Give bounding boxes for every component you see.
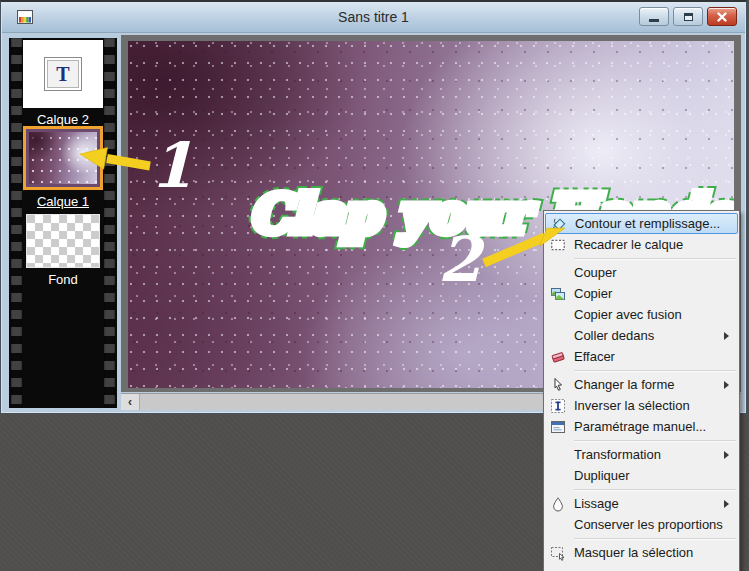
eraser-icon — [548, 349, 568, 365]
window-title: Sans titre 1 — [2, 9, 745, 25]
menu-item-parametrage-manuel[interactable]: Paramétrage manuel... — [545, 416, 738, 437]
menu-item-label: Inverser la sélection — [574, 398, 690, 413]
menu-item-inverser-la-selection[interactable]: Inverser la sélection — [545, 395, 738, 416]
layer-label: Calque 2 — [9, 112, 117, 127]
layers-panel: T Calque 2 Calque 1 Fond — [9, 38, 117, 408]
copy-icon — [548, 286, 568, 302]
minimize-icon — [649, 19, 659, 22]
menu-item-lissage[interactable]: Lissage — [545, 493, 738, 514]
layer-item-fond[interactable]: Fond — [9, 214, 117, 287]
submenu-arrow-icon — [724, 381, 729, 389]
menu-item-changer-la-forme[interactable]: Changer la forme — [545, 374, 738, 395]
menu-item-label: Transformation — [574, 447, 661, 462]
menu-item-transformation[interactable]: Transformation — [545, 444, 738, 465]
invert-selection-icon — [548, 398, 568, 414]
menu-item-label: Lissage — [574, 496, 619, 511]
menu-item-couper[interactable]: Couper — [545, 262, 738, 283]
menu-item-label: Copier avec fusion — [574, 307, 682, 322]
menu-item-dupliquer[interactable]: Dupliquer — [545, 465, 738, 486]
menu-item-contour-et-remplissage[interactable]: Contour et remplissage... — [545, 213, 738, 234]
menu-item-label: Masquer la sélection — [574, 545, 693, 560]
menu-item-label: Couper — [574, 265, 617, 280]
close-button[interactable] — [707, 7, 737, 26]
menu-item-label: Changer la forme — [574, 377, 674, 392]
paint-bucket-icon — [549, 216, 569, 232]
menu-item-label: Conserver les proportions — [574, 517, 723, 532]
menu-separator — [574, 370, 736, 371]
titlebar[interactable]: Sans titre 1 — [2, 2, 745, 33]
menu-item-copier[interactable]: Copier — [545, 283, 738, 304]
menu-item-label: Copier — [574, 286, 612, 301]
crop-layer-icon — [548, 237, 568, 253]
cursor-arrow-icon — [548, 377, 568, 393]
menu-item-label: Contour et remplissage... — [575, 216, 720, 231]
menu-item-label: Dupliquer — [574, 468, 630, 483]
submenu-arrow-icon — [724, 332, 729, 340]
submenu-arrow-icon — [724, 500, 729, 508]
menu-item-label: Paramétrage manuel... — [574, 419, 706, 434]
menu-item-copier-avec-fusion[interactable]: Copier avec fusion — [545, 304, 738, 325]
restore-icon — [684, 13, 693, 21]
text-layer-icon: T — [44, 57, 82, 91]
menu-item-conserver-les-proportions[interactable]: Conserver les proportions — [545, 514, 738, 535]
settings-dialog-icon — [548, 419, 568, 435]
menu-item-label: Recadrer le calque — [574, 237, 683, 252]
restore-button[interactable] — [673, 7, 703, 26]
menu-separator — [574, 258, 736, 259]
menu-item-coller-dedans[interactable]: Coller dedans — [545, 325, 738, 346]
close-icon — [716, 11, 728, 23]
layer-thumbnail-preview — [29, 132, 97, 184]
scroll-left-arrow-icon: ‹ — [128, 395, 132, 409]
menu-item-effacer[interactable]: Effacer — [545, 346, 738, 367]
menu-item-masquer-la-selection[interactable]: Masquer la sélection — [545, 542, 738, 563]
menu-item-recadrer-le-calque[interactable]: Recadrer le calque — [545, 234, 738, 255]
annotation-digit-1: 1 — [150, 129, 193, 202]
menu-separator — [574, 538, 736, 539]
transparent-layer-thumbnail[interactable] — [26, 214, 100, 268]
menu-item-label: Coller dedans — [574, 328, 654, 343]
context-menu: Contour et remplissage... Recadrer le ca… — [543, 210, 740, 571]
menu-separator — [574, 440, 736, 441]
droplet-icon — [548, 496, 568, 512]
layer-label: Fond — [9, 272, 117, 287]
annotation-digit-2: 2 — [438, 223, 486, 296]
hide-selection-icon — [548, 545, 568, 561]
text-layer-thumbnail[interactable]: T — [23, 40, 103, 108]
layer-item-calque-2[interactable]: T Calque 2 — [9, 40, 117, 127]
minimize-button[interactable] — [639, 7, 669, 26]
menu-separator — [574, 489, 736, 490]
scroll-left-button[interactable]: ‹ — [121, 394, 140, 410]
layer-item-calque-1[interactable]: Calque 1 — [9, 126, 117, 209]
menu-item-label: Effacer — [574, 349, 615, 364]
layer-label-active: Calque 1 — [9, 194, 117, 209]
image-layer-thumbnail-selected[interactable] — [23, 126, 103, 190]
submenu-arrow-icon — [724, 451, 729, 459]
